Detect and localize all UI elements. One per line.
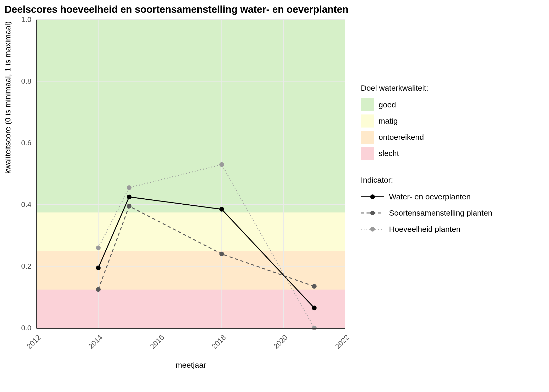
y-tick-label: 0.2 bbox=[0, 262, 31, 270]
x-tick-label: 2014 bbox=[80, 333, 104, 358]
legend-band-label: ontoereikend bbox=[379, 133, 424, 142]
legend-series-label: Soortensamenstelling planten bbox=[389, 209, 492, 217]
data-lines bbox=[37, 20, 345, 328]
svg-point-3 bbox=[370, 211, 375, 215]
series-line bbox=[98, 206, 314, 290]
svg-point-1 bbox=[370, 194, 375, 199]
plot-area bbox=[37, 20, 345, 328]
legend-series-row: Hoeveelheid planten bbox=[361, 223, 492, 236]
x-axis-line bbox=[37, 328, 345, 329]
series-point bbox=[96, 287, 101, 292]
legend-series-items: Water- en oeverplantenSoortensamenstelli… bbox=[361, 190, 492, 236]
legend-line-section: Indicator: Water- en oeverplantenSoorten… bbox=[361, 176, 492, 236]
legend-swatch bbox=[361, 147, 374, 160]
legend-band-items: goedmatigontoereikendslecht bbox=[361, 98, 492, 160]
y-axis-label: kwaliteitscore (0 is minimaal, 1 is maxi… bbox=[3, 21, 12, 174]
series-point bbox=[219, 252, 224, 256]
y-axis-line bbox=[36, 20, 37, 328]
series-point bbox=[96, 266, 101, 270]
series-point bbox=[219, 207, 224, 212]
legend-band-row: matig bbox=[361, 114, 492, 128]
legend-band-row: ontoereikend bbox=[361, 131, 492, 144]
series-point bbox=[219, 162, 224, 167]
y-tick-label: 0.0 bbox=[0, 324, 31, 332]
legend: Doel waterkwaliteit: goedmatigontoereike… bbox=[361, 84, 492, 251]
chart-title: Deelscores hoeveelheid en soortensamenst… bbox=[0, 4, 353, 15]
legend-band-label: goed bbox=[379, 100, 396, 109]
x-tick-label: 2016 bbox=[141, 333, 166, 358]
legend-band-label: matig bbox=[379, 117, 398, 125]
series-point bbox=[127, 185, 131, 190]
x-axis-label: meetjaar bbox=[37, 361, 345, 370]
series-point bbox=[127, 195, 131, 199]
x-tick-label: 2020 bbox=[265, 333, 289, 358]
series-point bbox=[127, 204, 131, 209]
chart-container: Deelscores hoeveelheid en soortensamenst… bbox=[0, 0, 549, 392]
legend-band-row: goed bbox=[361, 98, 492, 111]
legend-line-sample bbox=[361, 206, 384, 220]
y-tick-label: 0.4 bbox=[0, 200, 31, 209]
series-point bbox=[312, 305, 317, 310]
legend-series-label: Hoeveelheid planten bbox=[389, 225, 461, 234]
legend-swatch bbox=[361, 114, 374, 128]
legend-series-row: Water- en oeverplanten bbox=[361, 190, 492, 203]
legend-line-title: Indicator: bbox=[361, 176, 492, 185]
legend-series-row: Soortensamenstelling planten bbox=[361, 206, 492, 220]
legend-line-sample bbox=[361, 223, 384, 236]
legend-line-sample bbox=[361, 190, 384, 203]
legend-band-row: slecht bbox=[361, 147, 492, 160]
legend-band-label: slecht bbox=[379, 149, 399, 158]
legend-series-label: Water- en oeverplanten bbox=[389, 192, 471, 201]
series-line bbox=[98, 197, 314, 308]
x-tick-label: 2018 bbox=[203, 333, 227, 358]
series-point bbox=[96, 245, 101, 250]
legend-swatch bbox=[361, 98, 374, 111]
x-tick-label: 2012 bbox=[18, 333, 42, 358]
legend-swatch bbox=[361, 131, 374, 144]
legend-fill-section: Doel waterkwaliteit: goedmatigontoereike… bbox=[361, 84, 492, 160]
legend-fill-title: Doel waterkwaliteit: bbox=[361, 84, 492, 93]
svg-point-5 bbox=[370, 227, 375, 232]
series-point bbox=[312, 284, 317, 289]
x-tick-label: 2022 bbox=[327, 333, 351, 358]
